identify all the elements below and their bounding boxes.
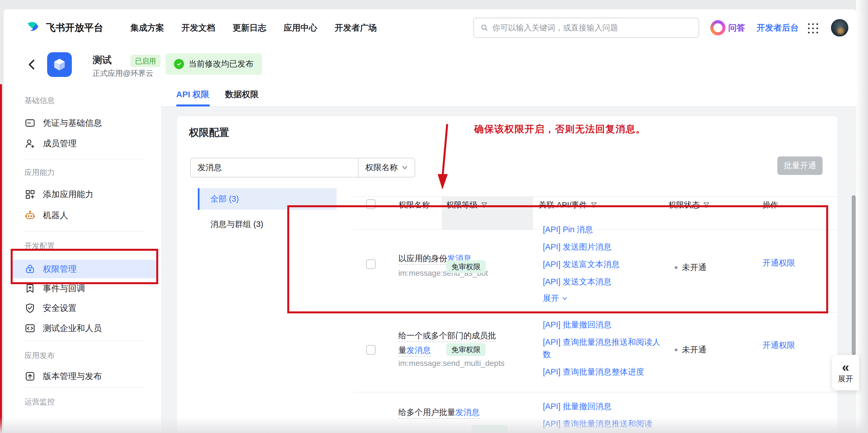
publish-icon <box>24 371 36 382</box>
qa-icon[interactable] <box>710 20 725 35</box>
top-navigation-bar: 飞书开放平台 集成方案 开发文档 更新日志 应用中心 开发者广场 你可以输入关键… <box>4 9 856 47</box>
publish-status-banner: 当前修改均已发布 <box>165 53 262 75</box>
filter-dropdown-label: 权限名称 <box>365 162 398 173</box>
related-api-list: [API] 批量撤回消息 [API] 查询批量消息推送和阅读人数 [API] 查… <box>543 318 664 383</box>
active-tab-underline <box>176 105 210 107</box>
permission-level-tag <box>471 425 508 433</box>
sidebar-item-security[interactable]: 安全设置 <box>12 299 157 316</box>
permission-status: 未开通 <box>675 344 706 355</box>
expand-panel-label: 展开 <box>838 374 853 384</box>
permission-name-text: 给多个用户批量 <box>398 408 455 417</box>
developer-console-link[interactable]: 开发者后台 <box>755 9 800 46</box>
red-annotation-text: 确保该权限开启，否则无法回复消息。 <box>474 123 646 136</box>
nav-dev-plaza[interactable]: 开发者广场 <box>335 22 377 34</box>
app-subtitle: 正式应用@环界云 <box>93 68 153 78</box>
api-link[interactable]: [API] 查询批量消息推送和阅读人数 <box>543 336 664 360</box>
batch-enable-button[interactable]: 批量开通 <box>777 156 823 175</box>
sidebar-section-basic: 基础信息 <box>24 96 55 105</box>
red-annotation-box-row <box>287 205 828 313</box>
permission-tabs: API 权限 数据权限 <box>161 83 856 107</box>
sidebar-item-label: 安全设置 <box>43 302 76 314</box>
nav-app-center[interactable]: 应用中心 <box>284 22 317 34</box>
apps-grid-icon[interactable] <box>808 23 818 33</box>
check-circle-icon <box>174 59 184 69</box>
sidebar-divider <box>24 340 145 341</box>
shield-check-icon <box>24 302 36 314</box>
card-title: 权限配置 <box>189 126 229 140</box>
sidebar-item-bot[interactable]: 机器人 <box>12 207 157 224</box>
double-chevron-left-icon: « <box>842 362 849 373</box>
global-search-input[interactable]: 你可以输入关键词，或直接输入问题 <box>473 18 699 38</box>
sidebar-item-members[interactable]: 成员管理 <box>12 135 157 152</box>
tab-data-permissions[interactable]: 数据权限 <box>225 83 259 106</box>
sidebar-item-label: 成员管理 <box>43 138 76 149</box>
enable-permission-link[interactable]: 开通权限 <box>763 340 795 351</box>
red-annotation-arrow <box>435 121 455 194</box>
search-icon <box>480 24 489 32</box>
credential-icon <box>24 117 36 128</box>
search-filter-dropdown[interactable]: 权限名称 <box>358 158 415 177</box>
sidebar-section-ops: 运营监控 <box>24 398 55 406</box>
sidebar-item-label: 测试企业和人员 <box>43 323 102 334</box>
user-avatar[interactable] <box>831 19 848 36</box>
search-placeholder: 你可以输入关键词，或直接输入问题 <box>492 23 618 33</box>
status-dot-icon <box>675 348 678 351</box>
app-name: 测试 <box>93 54 112 66</box>
sidebar-section-capability: 应用能力 <box>24 168 55 177</box>
nav-changelog[interactable]: 更新日志 <box>232 22 266 34</box>
active-category-bar <box>198 188 199 210</box>
sidebar-divider <box>24 159 145 159</box>
sidebar-divider <box>24 387 145 388</box>
api-link[interactable]: [API] 查询批量消息整体进度 <box>543 366 664 378</box>
sidebar-item-test-org[interactable]: 测试企业和人员 <box>12 320 157 337</box>
permission-name-match: 发消息 <box>455 408 480 417</box>
event-callback-icon <box>24 283 36 294</box>
app-icon <box>47 52 72 77</box>
category-label: 消息与群组 (3) <box>210 219 264 230</box>
feishu-logo-icon <box>25 20 41 36</box>
sidebar-item-add-capability[interactable]: 添加应用能力 <box>12 186 157 203</box>
tab-api-permissions[interactable]: API 权限 <box>176 83 209 106</box>
feishu-open-platform-console: 飞书开放平台 集成方案 开发文档 更新日志 应用中心 开发者广场 你可以输入关键… <box>0 0 868 433</box>
row-divider <box>353 392 837 392</box>
qa-link[interactable]: 问答 <box>728 9 745 46</box>
publish-status-text: 当前修改均已发布 <box>188 58 254 70</box>
code-icon <box>24 323 36 334</box>
api-link[interactable]: [API] 批量撤回消息 <box>543 318 664 331</box>
top-nav-menu: 集成方案 开发文档 更新日志 应用中心 开发者广场 <box>130 9 377 46</box>
feishu-logo[interactable]: 飞书开放平台 <box>25 9 103 46</box>
category-label: 全部 (3) <box>210 194 239 205</box>
nav-docs[interactable]: 开发文档 <box>182 22 215 34</box>
search-value: 发消息 <box>191 158 358 177</box>
nav-integration[interactable]: 集成方案 <box>130 22 164 34</box>
permission-level-tag: 免审权限 <box>446 343 486 356</box>
permission-name-match: 发消息 <box>406 346 431 355</box>
app-status-badge: 已启用 <box>130 55 160 67</box>
related-api-list: [API] 批量撤回消息 [API] 查询批量消息推送和阅读 <box>543 400 664 433</box>
member-add-icon <box>24 138 36 149</box>
sidebar-divider <box>24 231 145 232</box>
permission-code: im:message:send_multi_depts <box>398 359 504 368</box>
api-link[interactable]: [API] 批量撤回消息 <box>543 400 664 412</box>
api-link[interactable]: [API] 查询批量消息推送和阅读 <box>543 417 664 430</box>
sidebar-item-label: 添加应用能力 <box>43 189 93 200</box>
sidebar-item-label: 版本管理与发布 <box>43 371 102 382</box>
sidebar-item-label: 事件与回调 <box>43 283 85 294</box>
sidebar-item-version-release[interactable]: 版本管理与发布 <box>12 368 157 385</box>
permission-name[interactable]: 给多个用户批量发消息 <box>398 405 498 420</box>
app-header: 测试 已启用 正式应用@环界云 当前修改均已发布 <box>4 46 856 83</box>
permission-search-input[interactable]: 发消息 权限名称 <box>190 158 415 177</box>
expand-panel-button[interactable]: « 展开 <box>832 355 859 390</box>
row-checkbox[interactable] <box>366 345 376 355</box>
sidebar-section-release: 应用发布 <box>24 351 55 360</box>
sidebar-item-credentials[interactable]: 凭证与基础信息 <box>12 115 157 132</box>
status-label: 未开通 <box>682 344 706 355</box>
sidebar-item-label: 机器人 <box>43 210 68 221</box>
red-annotation-box-sidebar <box>11 249 158 284</box>
chevron-down-icon <box>402 165 408 170</box>
platform-title: 飞书开放平台 <box>46 21 103 34</box>
table-top-border <box>353 197 837 197</box>
back-button[interactable] <box>27 59 37 70</box>
vertical-scrollbar[interactable] <box>852 195 856 355</box>
robot-icon <box>24 210 36 221</box>
